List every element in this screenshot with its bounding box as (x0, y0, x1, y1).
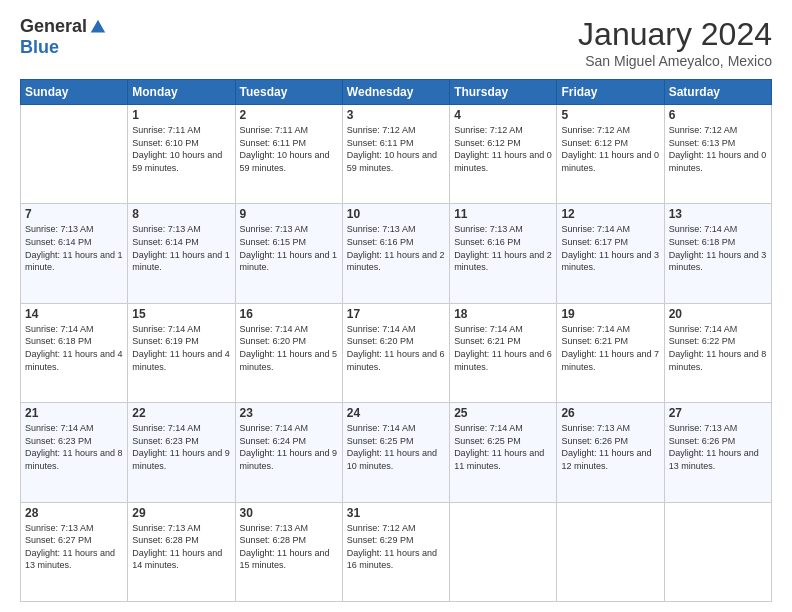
col-tuesday: Tuesday (235, 80, 342, 105)
day-number: 1 (132, 108, 230, 122)
table-row (21, 105, 128, 204)
day-info: Sunrise: 7:13 AMSunset: 6:14 PMDaylight:… (25, 223, 123, 273)
day-number: 27 (669, 406, 767, 420)
table-row: 15Sunrise: 7:14 AMSunset: 6:19 PMDayligh… (128, 303, 235, 402)
table-row: 22Sunrise: 7:14 AMSunset: 6:23 PMDayligh… (128, 403, 235, 502)
day-number: 5 (561, 108, 659, 122)
table-row: 29Sunrise: 7:13 AMSunset: 6:28 PMDayligh… (128, 502, 235, 601)
col-saturday: Saturday (664, 80, 771, 105)
day-number: 3 (347, 108, 445, 122)
table-row: 4Sunrise: 7:12 AMSunset: 6:12 PMDaylight… (450, 105, 557, 204)
day-info: Sunrise: 7:13 AMSunset: 6:26 PMDaylight:… (669, 422, 767, 472)
day-info: Sunrise: 7:14 AMSunset: 6:20 PMDaylight:… (240, 323, 338, 373)
table-row: 12Sunrise: 7:14 AMSunset: 6:17 PMDayligh… (557, 204, 664, 303)
calendar-table: Sunday Monday Tuesday Wednesday Thursday… (20, 79, 772, 602)
table-row: 8Sunrise: 7:13 AMSunset: 6:14 PMDaylight… (128, 204, 235, 303)
table-row: 6Sunrise: 7:12 AMSunset: 6:13 PMDaylight… (664, 105, 771, 204)
day-number: 11 (454, 207, 552, 221)
day-number: 23 (240, 406, 338, 420)
table-row: 23Sunrise: 7:14 AMSunset: 6:24 PMDayligh… (235, 403, 342, 502)
day-number: 24 (347, 406, 445, 420)
day-info: Sunrise: 7:13 AMSunset: 6:16 PMDaylight:… (454, 223, 552, 273)
calendar-week-row: 1Sunrise: 7:11 AMSunset: 6:10 PMDaylight… (21, 105, 772, 204)
day-info: Sunrise: 7:14 AMSunset: 6:18 PMDaylight:… (669, 223, 767, 273)
day-info: Sunrise: 7:14 AMSunset: 6:25 PMDaylight:… (454, 422, 552, 472)
table-row: 16Sunrise: 7:14 AMSunset: 6:20 PMDayligh… (235, 303, 342, 402)
day-info: Sunrise: 7:14 AMSunset: 6:21 PMDaylight:… (454, 323, 552, 373)
day-info: Sunrise: 7:14 AMSunset: 6:24 PMDaylight:… (240, 422, 338, 472)
calendar-week-row: 7Sunrise: 7:13 AMSunset: 6:14 PMDaylight… (21, 204, 772, 303)
day-number: 8 (132, 207, 230, 221)
table-row: 10Sunrise: 7:13 AMSunset: 6:16 PMDayligh… (342, 204, 449, 303)
day-number: 25 (454, 406, 552, 420)
day-number: 13 (669, 207, 767, 221)
day-number: 18 (454, 307, 552, 321)
day-number: 14 (25, 307, 123, 321)
day-number: 2 (240, 108, 338, 122)
table-row: 17Sunrise: 7:14 AMSunset: 6:20 PMDayligh… (342, 303, 449, 402)
table-row: 27Sunrise: 7:13 AMSunset: 6:26 PMDayligh… (664, 403, 771, 502)
table-row: 19Sunrise: 7:14 AMSunset: 6:21 PMDayligh… (557, 303, 664, 402)
day-number: 7 (25, 207, 123, 221)
day-number: 17 (347, 307, 445, 321)
day-info: Sunrise: 7:13 AMSunset: 6:27 PMDaylight:… (25, 522, 123, 572)
day-number: 20 (669, 307, 767, 321)
page-header: General Blue January 2024 San Miguel Ame… (20, 16, 772, 69)
table-row: 9Sunrise: 7:13 AMSunset: 6:15 PMDaylight… (235, 204, 342, 303)
calendar-header-row: Sunday Monday Tuesday Wednesday Thursday… (21, 80, 772, 105)
col-friday: Friday (557, 80, 664, 105)
table-row: 20Sunrise: 7:14 AMSunset: 6:22 PMDayligh… (664, 303, 771, 402)
day-number: 29 (132, 506, 230, 520)
day-info: Sunrise: 7:13 AMSunset: 6:28 PMDaylight:… (240, 522, 338, 572)
calendar-week-row: 21Sunrise: 7:14 AMSunset: 6:23 PMDayligh… (21, 403, 772, 502)
day-info: Sunrise: 7:13 AMSunset: 6:16 PMDaylight:… (347, 223, 445, 273)
table-row: 31Sunrise: 7:12 AMSunset: 6:29 PMDayligh… (342, 502, 449, 601)
table-row: 13Sunrise: 7:14 AMSunset: 6:18 PMDayligh… (664, 204, 771, 303)
day-info: Sunrise: 7:12 AMSunset: 6:12 PMDaylight:… (561, 124, 659, 174)
table-row: 25Sunrise: 7:14 AMSunset: 6:25 PMDayligh… (450, 403, 557, 502)
table-row: 7Sunrise: 7:13 AMSunset: 6:14 PMDaylight… (21, 204, 128, 303)
col-monday: Monday (128, 80, 235, 105)
day-number: 21 (25, 406, 123, 420)
day-number: 19 (561, 307, 659, 321)
logo-general-text: General (20, 16, 87, 37)
day-number: 4 (454, 108, 552, 122)
table-row: 11Sunrise: 7:13 AMSunset: 6:16 PMDayligh… (450, 204, 557, 303)
day-info: Sunrise: 7:14 AMSunset: 6:22 PMDaylight:… (669, 323, 767, 373)
day-number: 15 (132, 307, 230, 321)
table-row (664, 502, 771, 601)
day-info: Sunrise: 7:13 AMSunset: 6:28 PMDaylight:… (132, 522, 230, 572)
day-info: Sunrise: 7:14 AMSunset: 6:23 PMDaylight:… (25, 422, 123, 472)
logo-icon (89, 18, 107, 36)
table-row: 1Sunrise: 7:11 AMSunset: 6:10 PMDaylight… (128, 105, 235, 204)
col-wednesday: Wednesday (342, 80, 449, 105)
logo: General Blue (20, 16, 107, 58)
day-number: 30 (240, 506, 338, 520)
day-info: Sunrise: 7:14 AMSunset: 6:20 PMDaylight:… (347, 323, 445, 373)
day-number: 10 (347, 207, 445, 221)
month-title: January 2024 (578, 16, 772, 53)
day-number: 26 (561, 406, 659, 420)
day-info: Sunrise: 7:13 AMSunset: 6:14 PMDaylight:… (132, 223, 230, 273)
calendar-week-row: 28Sunrise: 7:13 AMSunset: 6:27 PMDayligh… (21, 502, 772, 601)
location-subtitle: San Miguel Ameyalco, Mexico (578, 53, 772, 69)
day-info: Sunrise: 7:11 AMSunset: 6:10 PMDaylight:… (132, 124, 230, 174)
title-block: January 2024 San Miguel Ameyalco, Mexico (578, 16, 772, 69)
table-row (450, 502, 557, 601)
table-row (557, 502, 664, 601)
day-number: 12 (561, 207, 659, 221)
svg-marker-0 (91, 19, 105, 32)
day-number: 31 (347, 506, 445, 520)
day-info: Sunrise: 7:12 AMSunset: 6:13 PMDaylight:… (669, 124, 767, 174)
table-row: 2Sunrise: 7:11 AMSunset: 6:11 PMDaylight… (235, 105, 342, 204)
day-info: Sunrise: 7:13 AMSunset: 6:26 PMDaylight:… (561, 422, 659, 472)
day-info: Sunrise: 7:13 AMSunset: 6:15 PMDaylight:… (240, 223, 338, 273)
table-row: 3Sunrise: 7:12 AMSunset: 6:11 PMDaylight… (342, 105, 449, 204)
day-info: Sunrise: 7:12 AMSunset: 6:11 PMDaylight:… (347, 124, 445, 174)
day-info: Sunrise: 7:14 AMSunset: 6:19 PMDaylight:… (132, 323, 230, 373)
table-row: 14Sunrise: 7:14 AMSunset: 6:18 PMDayligh… (21, 303, 128, 402)
day-number: 6 (669, 108, 767, 122)
day-info: Sunrise: 7:12 AMSunset: 6:12 PMDaylight:… (454, 124, 552, 174)
table-row: 18Sunrise: 7:14 AMSunset: 6:21 PMDayligh… (450, 303, 557, 402)
table-row: 28Sunrise: 7:13 AMSunset: 6:27 PMDayligh… (21, 502, 128, 601)
